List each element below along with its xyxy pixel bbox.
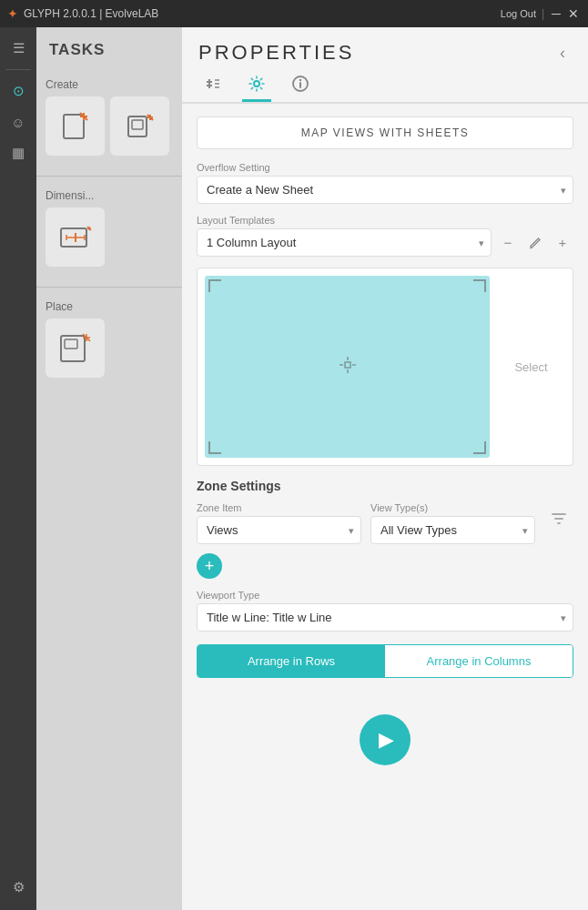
tab-bar [182,66,588,104]
arrange-in-columns-button[interactable]: Arrange in Columns [385,645,573,677]
view-types-field: View Type(s) All View Types Floor Plan E… [370,502,535,544]
map-views-button[interactable]: MAP VIEWS WITH SHEETS [197,116,573,149]
viewport-type-select-wrapper: Title w Line: Title w Line No Title Titl… [197,603,573,632]
edit-template-button[interactable] [524,232,546,254]
icon-bar: ☰ ⊙ ☺ ▦ ⚙ [0,27,36,910]
viewport-type-label: Viewport Type [197,590,573,601]
sep-2 [36,287,182,288]
svg-rect-32 [345,362,350,368]
add-template-button[interactable]: + [552,232,573,254]
zone-item-select-wrapper: Views Schedules Legends ▾ [197,516,361,544]
create-section-label: Create [46,78,173,91]
back-button[interactable]: ‹ [550,40,575,66]
svg-rect-0 [64,115,84,138]
title-bar: ✦ GLYPH 2.0.0.1 | EvolveLAB Log Out | ─ … [0,0,588,27]
layout-templates-row: 1 Column Layout 2 Column Layout 3 Column… [197,228,573,257]
chart-icon[interactable]: ▦ [5,139,32,167]
create-tile-1[interactable] [46,96,105,156]
svg-rect-18 [65,339,77,349]
viewport-type-select[interactable]: Title w Line: Title w Line No Title Titl… [197,603,573,632]
view-types-select[interactable]: All View Types Floor Plan Elevation Sect… [370,516,535,544]
place-tile[interactable] [46,318,105,378]
layout-templates-group: Layout Templates 1 Column Layout 2 Colum… [197,215,573,257]
create-section: Create [36,73,182,172]
view-types-select-wrapper: All View Types Floor Plan Elevation Sect… [370,516,535,544]
viewport-type-section: Viewport Type Title w Line: Title w Line… [197,590,573,632]
zone-item-select[interactable]: Views Schedules Legends [197,516,361,544]
canvas-center-icon [338,355,358,379]
zone-settings-title: Zone Settings [197,479,573,493]
properties-title: PROPERTIES [198,41,550,65]
dim-section-label: Dimensi... [46,189,173,202]
layout-templates-label: Layout Templates [197,215,573,226]
properties-header: PROPERTIES ‹ [182,27,588,66]
create-tiles-row [46,96,173,163]
view-types-label: View Type(s) [370,502,535,513]
sep-1 [36,176,182,177]
overflow-setting-select[interactable]: Create a New Sheet Overflow to Next Shee… [197,176,573,204]
tab-settings[interactable] [242,73,271,102]
overflow-setting-group: Overflow Setting Create a New Sheet Over… [197,162,573,204]
arrange-buttons-row: Arrange in Rows Arrange in Columns [197,644,573,678]
svg-point-28 [254,81,259,86]
properties-content: MAP VIEWS WITH SHEETS Overflow Setting C… [182,104,588,910]
overflow-setting-label: Overflow Setting [197,162,573,173]
menu-icon[interactable]: ☰ [5,35,32,62]
zone-item-label: Zone Item [197,502,361,513]
layout-templates-select-wrapper: 1 Column Layout 2 Column Layout 3 Column… [197,228,492,257]
play-button[interactable]: ▶ [360,714,411,765]
zone-settings-row: Zone Item Views Schedules Legends ▾ View… [197,502,573,544]
canvas-select-area[interactable]: Select [497,276,565,458]
add-zone-button[interactable]: + [197,553,222,579]
tab-checklist[interactable] [198,73,228,102]
right-panel: PROPERTIES ‹ [182,27,588,910]
play-area: ▶ [197,696,573,793]
canvas-corner-tr [473,279,486,292]
layout-template-actions: − + [497,232,573,254]
tab-info[interactable] [286,73,315,102]
app-icon: ✦ [7,6,18,21]
left-panel: TASKS Create [36,27,182,910]
gear-bottom-icon[interactable]: ⚙ [5,874,32,901]
close-button[interactable]: ✕ [566,6,581,21]
layout-canvas-wrapper: Select [197,268,573,466]
place-section-label: Place [46,300,173,313]
remove-template-button[interactable]: − [497,232,519,254]
zone-item-field: Zone Item Views Schedules Legends ▾ [197,502,361,544]
arrange-in-rows-button[interactable]: Arrange in Rows [198,645,385,677]
place-section: Place [36,295,182,394]
icon-bar-separator [5,69,31,70]
dim-section: Dimensi... [36,184,182,283]
canvas-blue-zone[interactable] [205,276,490,458]
overflow-setting-select-wrapper: Create a New Sheet Overflow to Next Shee… [197,176,573,204]
canvas-corner-br [473,441,486,454]
logout-button[interactable]: Log Out [501,8,536,19]
svg-point-31 [299,78,301,80]
svg-rect-5 [132,120,143,129]
dim-tile[interactable] [46,207,105,267]
left-panel-title: TASKS [36,27,182,73]
robot-icon[interactable]: ☺ [5,108,32,136]
canvas-corner-tl [208,279,221,292]
layout-templates-select[interactable]: 1 Column Layout 2 Column Layout 3 Column… [197,228,492,257]
home-icon[interactable]: ⊙ [5,77,32,105]
create-tile-2[interactable] [110,96,169,156]
canvas-main [205,276,490,458]
canvas-corner-bl [208,441,221,454]
app-title: GLYPH 2.0.0.1 | EvolveLAB [24,7,501,20]
filter-button[interactable] [544,502,573,535]
minimize-button[interactable]: ─ [550,6,563,21]
